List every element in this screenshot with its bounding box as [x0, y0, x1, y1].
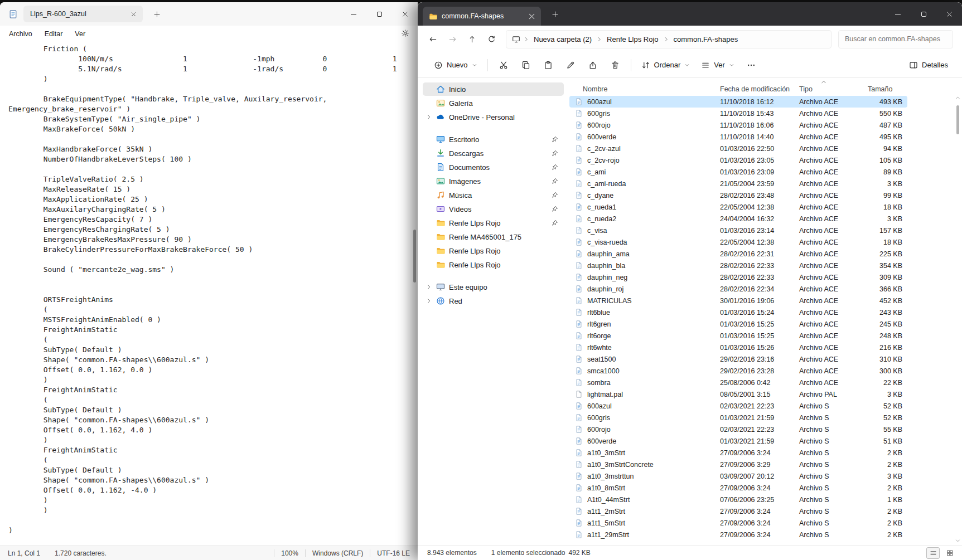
file-row[interactable]: rlt6whte01/03/2016 15:26Archivo ACE216 K… — [569, 342, 907, 353]
chevron-right-icon[interactable] — [663, 36, 669, 42]
file-row[interactable]: 600azul02/03/2021 22:23Archivo S52 KB — [569, 400, 907, 412]
chevron-right-icon[interactable] — [596, 36, 602, 42]
refresh-button[interactable] — [482, 31, 501, 48]
file-row[interactable]: 600rojo02/03/2021 22:23Archivo S55 KB — [569, 423, 907, 435]
zoom-level[interactable]: 100% — [281, 549, 298, 557]
menu-editar[interactable]: Editar — [38, 28, 69, 40]
file-row[interactable]: c_visa01/03/2016 23:14Archivo ACE157 KB — [569, 225, 907, 236]
copy-button[interactable] — [515, 56, 536, 74]
delete-button[interactable] — [605, 56, 626, 74]
file-row[interactable]: dauphin_ama28/02/2016 22:31Archivo ACE22… — [569, 248, 907, 260]
new-tab-button[interactable] — [548, 7, 562, 21]
file-row[interactable]: a1t1_5mStrt27/09/2006 3:24Archivo S2 KB — [569, 517, 907, 529]
sidebar-item-onedrive-personal[interactable]: OneDrive - Personal — [423, 110, 564, 124]
file-row[interactable]: c_2cv-azul01/03/2016 22:50Archivo ACE94 … — [569, 143, 907, 154]
file-row[interactable]: sombra25/08/2006 0:42Archivo ACE22 KB — [569, 377, 907, 388]
new-tab-button[interactable] — [149, 7, 164, 21]
column-header-tamano[interactable]: Tamaño — [861, 85, 906, 93]
maximize-button[interactable] — [366, 2, 392, 26]
file-row[interactable]: 600gris11/10/2018 15:43Archivo ACE550 KB — [569, 108, 907, 119]
file-row[interactable]: seat150029/02/2016 23:16Archivo ACE310 K… — [569, 353, 907, 365]
menu-ver[interactable]: Ver — [69, 28, 91, 40]
scroll-up-icon[interactable] — [955, 95, 961, 101]
file-row[interactable]: c_visa-rueda22/05/2004 12:38Archivo ACE1… — [569, 236, 907, 248]
chevron-right-icon[interactable] — [426, 298, 432, 304]
breadcrumb[interactable]: Nueva carpeta (2) Renfe Llps Rojo common… — [506, 30, 832, 48]
sidebar-item-documentos[interactable]: Documentos — [423, 160, 564, 174]
editor-scrollbar-thumb[interactable] — [413, 230, 416, 283]
line-ending[interactable]: Windows (CRLF) — [312, 549, 363, 557]
file-row[interactable]: rlt6gren01/03/2016 15:25Archivo ACE245 K… — [569, 318, 907, 330]
search-input[interactable] — [845, 35, 946, 43]
column-header-fecha[interactable]: Fecha de modificación — [713, 85, 792, 93]
close-tab-icon[interactable] — [128, 9, 138, 19]
close-button[interactable] — [392, 2, 418, 26]
sidebar-item-v-deos[interactable]: Vídeos — [423, 202, 564, 216]
file-row[interactable]: a1t0_3mStrt27/09/2006 3:24Archivo S2 KB — [569, 447, 907, 459]
notepad-titlebar[interactable]: Llps_R-600_3azul — [0, 2, 418, 26]
sidebar-item-m-sica[interactable]: Música — [423, 188, 564, 202]
chevron-right-icon[interactable] — [426, 114, 432, 120]
file-row[interactable]: c_ami-rueda21/05/2004 23:59Archivo ACE3 … — [569, 178, 907, 189]
file-row[interactable]: MATRICULAS30/01/2016 19:06Archivo ACE452… — [569, 295, 907, 306]
encoding[interactable]: UTF-16 LE — [377, 549, 410, 557]
file-row[interactable]: 600azul11/10/2018 16:12Archivo ACE493 KB — [569, 96, 907, 108]
file-row[interactable]: 600verde01/03/2021 21:59Archivo S51 KB — [569, 435, 907, 447]
scroll-down-icon[interactable] — [955, 538, 961, 544]
thumbnails-view-button[interactable] — [943, 547, 956, 559]
explorer-tab[interactable]: common.FA-shapes — [423, 7, 541, 26]
maximize-button[interactable] — [911, 2, 936, 26]
file-row[interactable]: smca100029/02/2016 23:28Archivo ACE300 K… — [569, 365, 907, 377]
close-tab-icon[interactable] — [526, 11, 536, 21]
settings-button[interactable] — [401, 29, 409, 40]
file-row[interactable]: dauphin_roj28/02/2016 22:34Archivo ACE36… — [569, 283, 907, 295]
file-row[interactable]: 600gris01/03/2021 21:59Archivo S52 KB — [569, 412, 907, 423]
sidebar-item-inicio[interactable]: Inicio — [423, 82, 564, 96]
file-row[interactable]: 600verde11/10/2018 14:40Archivo ACE495 K… — [569, 131, 907, 143]
sidebar-item-renfe-ma465001-175[interactable]: Renfe MA465001_175 — [423, 230, 564, 244]
sidebar-item-renfe-llps-rojo[interactable]: Renfe Llps Rojo — [423, 216, 564, 230]
close-button[interactable] — [936, 2, 962, 26]
file-row[interactable]: a1t1_29mStrt27/09/2006 3:24Archivo S2 KB — [569, 529, 907, 540]
details-view-button[interactable] — [926, 547, 940, 559]
up-button[interactable] — [462, 31, 482, 48]
file-row[interactable]: a1t0_8mStrt27/09/2006 3:24Archivo S2 KB — [569, 482, 907, 494]
sidebar-item-descargas[interactable]: Descargas — [423, 147, 564, 160]
file-row[interactable]: a1t1_2mStrt27/09/2006 3:24Archivo S2 KB — [569, 505, 907, 517]
file-row[interactable]: c_dyane28/02/2016 23:48Archivo ACE99 KB — [569, 189, 907, 201]
file-row[interactable]: 600rojo11/10/2018 16:06Archivo ACE487 KB — [569, 119, 907, 131]
file-row[interactable]: rlt6orge01/03/2016 15:25Archivo ACE248 K… — [569, 330, 907, 342]
column-header-tipo[interactable]: Tipo — [792, 85, 861, 93]
sidebar-item-renfe-llps-rojo[interactable]: Renfe Llps Rojo — [423, 244, 564, 257]
file-row[interactable]: a1t0_3mStrtConcrete27/09/2006 3:29Archiv… — [569, 459, 907, 470]
share-button[interactable] — [582, 56, 603, 74]
file-row[interactable]: a1t0_3mstrttun03/09/2007 20:12Archivo S3… — [569, 470, 907, 482]
file-row[interactable]: c_rueda122/05/2004 12:38Archivo ACE18 KB — [569, 201, 907, 213]
chevron-right-icon[interactable] — [523, 36, 529, 42]
rename-button[interactable] — [560, 56, 581, 74]
sidebar-item-galer-a[interactable]: Galería — [423, 96, 564, 110]
minimize-button[interactable] — [341, 2, 366, 26]
file-row[interactable]: c_rueda224/04/2004 16:32Archivo ACE3 KB — [569, 213, 907, 225]
cut-button[interactable] — [493, 56, 514, 74]
file-row[interactable]: c_2cv-rojo01/03/2016 23:05Archivo ACE105… — [569, 154, 907, 166]
sidebar-item-renfe-llps-rojo[interactable]: Renfe Llps Rojo — [423, 258, 564, 271]
list-scrollbar[interactable] — [954, 95, 961, 544]
sidebar-item-red[interactable]: Red — [423, 294, 564, 308]
sidebar-item-escritorio[interactable]: Escritorio — [423, 133, 564, 146]
view-button[interactable]: Ver — [696, 57, 739, 74]
sidebar-item-im-genes[interactable]: Imágenes — [423, 174, 564, 188]
breadcrumb-item[interactable]: Nueva carpeta (2) — [530, 33, 596, 46]
back-button[interactable] — [423, 31, 443, 48]
sort-button[interactable]: Ordenar — [636, 57, 695, 74]
file-row[interactable]: dauphin_neg28/02/2016 22:33Archivo ACE30… — [569, 271, 907, 283]
minimize-button[interactable] — [885, 2, 911, 26]
file-row[interactable]: dauphin_bla28/02/2016 22:33Archivo ACE35… — [569, 260, 907, 271]
explorer-titlebar[interactable]: common.FA-shapes — [418, 2, 962, 26]
details-pane-button[interactable]: Detalles — [904, 57, 953, 74]
paste-button[interactable] — [538, 56, 559, 74]
editor-content[interactable]: Friction ( 100N/m/s 1 -1mph 0 1 5.1N/rad… — [0, 42, 418, 546]
notepad-tab[interactable]: Llps_R-600_3azul — [23, 6, 143, 22]
file-row[interactable]: lightmat.pal08/05/2001 3:15Archivo PAL3 … — [569, 388, 907, 400]
breadcrumb-item[interactable]: Renfe Llps Rojo — [603, 33, 663, 46]
